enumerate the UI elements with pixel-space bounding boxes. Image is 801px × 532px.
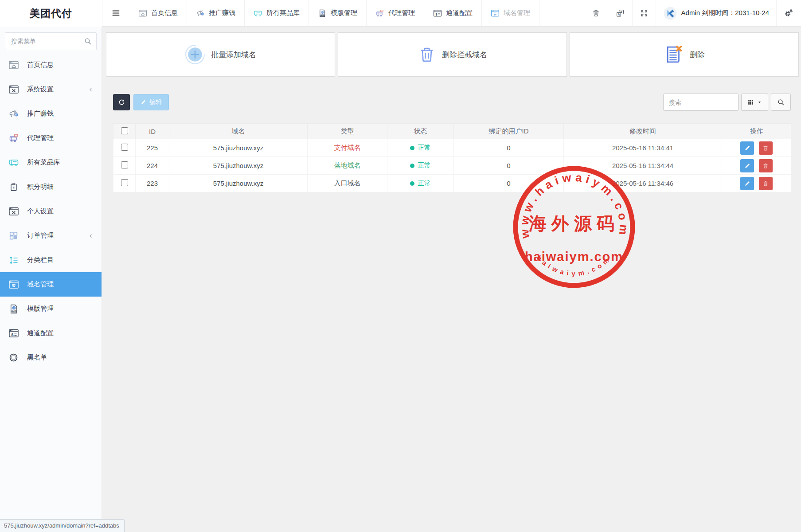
status-badge: 正常 (418, 144, 431, 151)
select-all-cell (113, 124, 136, 139)
tab-promotion[interactable]: 推广赚钱 (187, 0, 245, 26)
chevron-left-icon (88, 233, 94, 239)
refresh-button[interactable] (113, 94, 130, 110)
column-header-domain: 域名 (169, 124, 308, 139)
domain-window-icon (491, 9, 500, 18)
row-delete-button[interactable] (759, 177, 773, 190)
search-icon (777, 98, 785, 106)
status-cell: 正常 (387, 175, 454, 192)
clear-cache-button[interactable] (584, 0, 608, 26)
sidebar-item-personal-settings[interactable]: 个人设置 (0, 199, 102, 223)
row-select-cell (113, 157, 136, 175)
edit-button[interactable]: 编辑 (133, 94, 169, 110)
tab-label: 推广赚钱 (209, 9, 235, 17)
user-id-cell: 0 (454, 139, 564, 157)
document-x-icon (664, 44, 684, 65)
menu-search-input[interactable] (5, 32, 97, 50)
tab-label: 首页信息 (151, 9, 178, 17)
fullscreen-icon (640, 9, 648, 17)
main-content: 批量添加域名 删除拦截域名 删除 编辑 (102, 27, 801, 532)
sidebar-item-system-settings[interactable]: 系统设置 (0, 77, 102, 102)
column-header-id: ID (136, 124, 169, 139)
sidebar-item-home-info[interactable]: 首页信息 (0, 53, 102, 77)
html-file-icon (8, 303, 20, 315)
status-cell: 正常 (387, 157, 454, 175)
sidebar-item-label: 推广赚钱 (27, 110, 54, 118)
sidebar-item-label: 首页信息 (27, 61, 54, 69)
pencil-icon (744, 145, 750, 151)
sidebar-item-agent-manage[interactable]: 代理管理 (0, 126, 102, 150)
trash-icon (418, 45, 436, 64)
actions-cell (722, 157, 791, 175)
tab-home-info[interactable]: 首页信息 (129, 0, 187, 26)
type-cell: 落地域名 (308, 157, 387, 175)
type-cell: 入口域名 (308, 175, 387, 192)
app-logo: 美团代付 (0, 0, 102, 27)
row-edit-button[interactable] (740, 177, 754, 190)
sidebar-item-domain-manage[interactable]: 域名管理 (0, 272, 102, 297)
row-checkbox[interactable] (121, 179, 128, 186)
sidebar-item-label: 代理管理 (27, 134, 54, 142)
sidebar-item-label: 模版管理 (27, 305, 54, 313)
sidebar-toggle-button[interactable] (102, 0, 129, 26)
row-checkbox[interactable] (121, 144, 128, 151)
settings-button[interactable] (776, 0, 801, 26)
admin-account[interactable]: Admin 到期时间：2031-10-24 (656, 0, 776, 26)
sidebar-item-template-manage[interactable]: 模版管理 (0, 297, 102, 321)
refresh-icon (118, 98, 125, 106)
row-edit-button[interactable] (740, 141, 754, 155)
card-label: 批量添加域名 (211, 50, 256, 60)
modified-time-cell: 2025-05-16 11:34:44 (564, 157, 722, 175)
table-search-input[interactable] (663, 94, 738, 111)
search-button[interactable] (771, 94, 791, 111)
payment-window-icon (433, 9, 442, 18)
cart-icon (8, 132, 20, 144)
truck-icon (8, 156, 20, 168)
sidebar-item-label: 个人设置 (27, 207, 54, 215)
grid-columns-icon (747, 99, 754, 106)
table-row: 225 575.jiuzhouw.xyz 支付域名 正常 0 2025-05-1… (113, 139, 791, 157)
column-header-type: 类型 (308, 124, 387, 139)
sidebar-item-category[interactable]: 分类栏目 (0, 248, 102, 272)
type-cell: 支付域名 (308, 139, 387, 157)
status-dot (410, 146, 414, 150)
sidebar-item-blacklist[interactable]: 黑名单 (0, 345, 102, 370)
caret-down-icon (757, 100, 762, 105)
id-cell: 224 (136, 157, 169, 175)
tab-agent-manage[interactable]: 代理管理 (367, 0, 424, 26)
sidebar-item-channel-config[interactable]: 通道配置 (0, 321, 102, 345)
row-delete-button[interactable] (759, 141, 773, 155)
select-all-checkbox[interactable] (121, 127, 128, 134)
sidebar-item-dish-library[interactable]: 所有菜品库 (0, 150, 102, 175)
pencil-icon (141, 99, 146, 105)
browser-home-icon (8, 59, 20, 71)
batch-add-domain-card[interactable]: 批量添加域名 (106, 32, 335, 77)
language-button[interactable] (608, 0, 632, 26)
trash-icon (762, 163, 769, 169)
tab-channel-config[interactable]: 通道配置 (424, 0, 482, 26)
tab-domain-manage[interactable]: 域名管理 (482, 0, 539, 26)
sidebar-item-points-detail[interactable]: 积分明细 (0, 175, 102, 199)
avatar (663, 6, 677, 20)
row-edit-button[interactable] (740, 159, 754, 172)
menu-search (5, 32, 97, 50)
fullscreen-button[interactable] (632, 0, 656, 26)
table-row: 223 575.jiuzhouw.xyz 入口域名 正常 0 2025-05-1… (113, 175, 791, 192)
domain-cell: 575.jiuzhouw.xyz (169, 139, 308, 157)
hamburger-icon (111, 8, 121, 18)
sidebar-item-order-manage[interactable]: 订单管理 (0, 223, 102, 248)
column-header-status: 状态 (387, 124, 454, 139)
tab-dish-library[interactable]: 所有菜品库 (245, 0, 309, 26)
row-delete-button[interactable] (759, 159, 773, 172)
sidebar-item-label: 分类栏目 (27, 256, 54, 264)
delete-blocked-domain-card[interactable]: 删除拦截域名 (338, 32, 567, 77)
row-checkbox[interactable] (121, 161, 128, 168)
type-label: 支付域名 (334, 144, 361, 151)
tab-template-manage[interactable]: 模版管理 (309, 0, 367, 26)
sidebar-item-label: 域名管理 (27, 280, 54, 289)
toolbar-right (663, 94, 791, 111)
tab-label: 通道配置 (446, 9, 473, 17)
columns-dropdown-button[interactable] (741, 94, 768, 111)
sidebar-item-promotion[interactable]: 推广赚钱 (0, 102, 102, 126)
delete-card[interactable]: 删除 (570, 32, 799, 77)
